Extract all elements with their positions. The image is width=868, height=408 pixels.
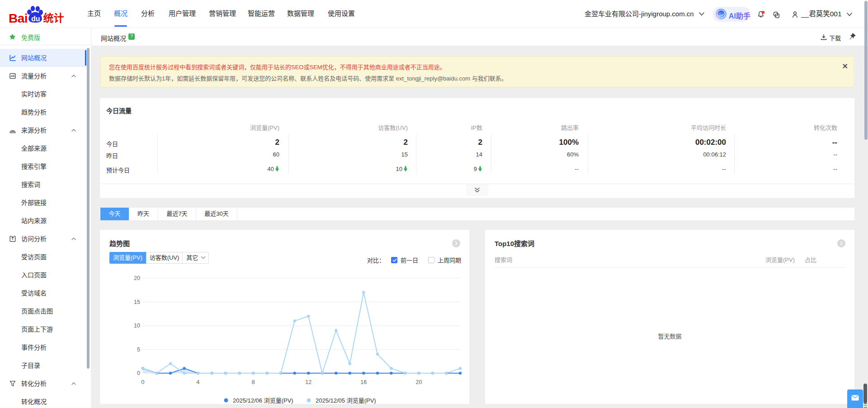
- svg-text:du: du: [31, 15, 40, 23]
- svg-text:10: 10: [134, 323, 140, 329]
- svg-text:20: 20: [134, 275, 140, 281]
- svg-text:0: 0: [137, 370, 140, 376]
- svg-text:8: 8: [252, 379, 255, 385]
- svg-text:2025/12/05 浏览量(PV): 2025/12/05 浏览量(PV): [316, 397, 376, 404]
- svg-text:Bai: Bai: [9, 11, 28, 23]
- svg-text:0: 0: [142, 379, 145, 385]
- svg-text:15: 15: [134, 299, 140, 305]
- svg-text:5: 5: [137, 346, 140, 353]
- svg-text:20: 20: [415, 379, 422, 385]
- svg-text:2025/12/06 浏览量(PV): 2025/12/06 浏览量(PV): [233, 397, 293, 404]
- svg-text:统计: 统计: [43, 12, 64, 23]
- svg-text:4: 4: [197, 379, 200, 385]
- svg-text:16: 16: [360, 379, 367, 385]
- svg-text:12: 12: [305, 379, 311, 385]
